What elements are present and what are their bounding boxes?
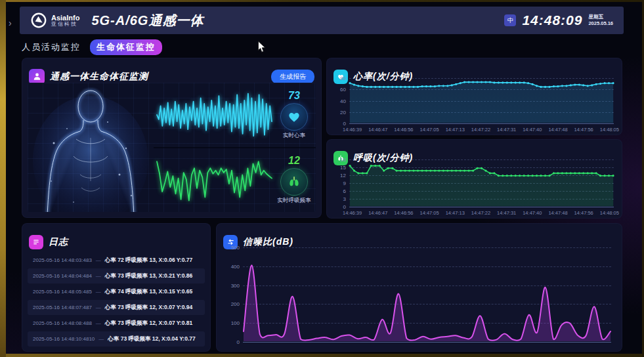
view-tabs: 人员活动监控 生命体征监控 — [22, 39, 162, 55]
x-tick-label: 14:46:47 — [368, 127, 387, 133]
y-tick-label: 60 — [340, 87, 346, 93]
heart-rate-value: 73 — [288, 90, 300, 102]
log-entry: 2025-05-16 14:48:10:4810—心率 73 呼吸频率 12, … — [28, 331, 205, 346]
log-separator: — — [96, 320, 101, 326]
y-tick-label: 400 — [231, 264, 240, 270]
date-label: 2025.05.16 — [588, 20, 613, 27]
y-tick-label: 0 — [343, 121, 346, 127]
x-tick-label: 14:47:40 — [523, 127, 542, 133]
heart-wave-row: 73 实时心率 — [154, 83, 316, 147]
log-timestamp: 2025-05-16 14:48:10:4810 — [33, 336, 95, 342]
x-tick-label: 14:47:05 — [420, 210, 439, 216]
current-time: 14:48:09 — [522, 12, 582, 28]
x-tick-label: 14:47:22 — [471, 127, 490, 133]
weekday-label: 星期五 — [588, 14, 613, 20]
x-tick-label: 14:46:56 — [394, 210, 413, 216]
y-tick-label: 9 — [343, 180, 346, 186]
log-panel-title: 日志 — [49, 236, 68, 248]
vital-signs-panel: 通感一体生命体征监测 生成报告 — [22, 58, 322, 218]
collapse-chevron-icon[interactable]: › — [9, 18, 12, 28]
log-panel: 日志 2025-05-16 14:48:03:483—心率 72 呼吸频率 13… — [22, 223, 211, 352]
heart-rate-chart: 806040200 14:46:3914:46:4714:46:5614:47:… — [349, 78, 614, 123]
y-tick-label: 0 — [237, 339, 240, 345]
heart-icon — [280, 103, 308, 131]
breathing-chart-panel: 呼吸(次/分钟) 1815129630 14:46:3914:46:4714:4… — [326, 139, 622, 219]
log-timestamp: 2025-05-16 14:48:08:488 — [33, 320, 92, 326]
x-tick-label: 14:46:39 — [343, 210, 362, 216]
asiainfo-logo: AsiaInfo 亚信科技 — [30, 12, 79, 29]
heart-rate-chart-panel: 心率(次/分钟) 806040200 14:46:3914:46:4714:46… — [326, 58, 622, 135]
heart-rate-label: 实时心率 — [283, 132, 305, 140]
y-tick-label: 12 — [340, 173, 346, 178]
y-tick-label: 3 — [343, 196, 346, 202]
log-message: 心率 74 呼吸频率 13, X:0.15 Y:0.65 — [105, 288, 192, 296]
y-tick-label: 20 — [340, 110, 346, 116]
log-icon — [29, 235, 43, 249]
x-tick-label: 14:47:56 — [574, 210, 593, 216]
log-separator: — — [98, 336, 104, 342]
log-entry: 2025-05-16 14:48:08:488—心率 73 呼吸频率 12, X… — [28, 316, 205, 331]
dashboard-background: › AsiaInfo 亚信科技 5G-A/6G通感一体 中 14:48:09 星… — [0, 0, 644, 357]
heart-waveform — [156, 91, 272, 139]
clock-block: 中 14:48:09 星期五 2025.05.16 — [504, 12, 613, 28]
x-tick-label: 14:46:39 — [343, 127, 362, 133]
y-tick-label: 500 — [231, 245, 240, 251]
log-timestamp: 2025-05-16 14:48:07:487 — [33, 304, 92, 310]
logo-subtitle: 亚信科技 — [51, 22, 79, 28]
language-icon[interactable]: 中 — [504, 14, 516, 26]
tab-vital-signs[interactable]: 生命体征监控 — [90, 39, 162, 55]
heart-wave-canvas — [156, 91, 272, 139]
page-title: 5G-A/6G通感一体 — [91, 12, 204, 30]
x-tick-label: 14:47:56 — [574, 127, 593, 133]
snr-chart-title: 信噪比(dB) — [243, 236, 293, 248]
breath-waveform — [156, 156, 272, 205]
x-tick-label: 14:47:48 — [548, 127, 567, 133]
log-message: 心率 73 呼吸频率 12, X:0.07 Y:0.94 — [105, 304, 192, 312]
x-tick-label: 14:47:22 — [471, 210, 490, 216]
log-timestamp: 2025-05-16 14:48:03:483 — [33, 257, 92, 263]
breath-rate-label: 实时呼吸频率 — [278, 197, 311, 205]
x-tick-label: 14:48:05 — [600, 127, 619, 133]
mouse-cursor — [257, 41, 266, 53]
log-separator: — — [96, 289, 101, 295]
y-tick-label: 40 — [340, 98, 346, 104]
log-timestamp: 2025-05-16 14:48:04:484 — [33, 273, 92, 279]
y-tick-label: 300 — [231, 283, 240, 289]
y-tick-label: 6 — [343, 188, 346, 194]
log-separator: — — [96, 257, 101, 263]
asiainfo-logo-icon — [30, 12, 47, 29]
y-tick-label: 100 — [231, 320, 240, 326]
tab-personnel-activity[interactable]: 人员活动监控 — [22, 41, 81, 53]
breath-wave-canvas — [156, 156, 272, 205]
snr-chart-panel: 信噪比(dB) 5004003002001000 — [216, 223, 622, 352]
x-tick-label: 14:47:31 — [497, 127, 516, 133]
person-icon — [29, 69, 45, 85]
y-tick-label: 0 — [343, 204, 346, 210]
log-entry: 2025-05-16 14:48:05:485—心率 74 呼吸频率 13, X… — [28, 284, 205, 299]
vitals-panel-title: 通感一体生命体征监测 — [50, 71, 148, 83]
log-message: 心率 73 呼吸频率 12, X:0.04 Y:0.77 — [108, 335, 195, 343]
log-message: 心率 73 呼吸频率 13, X:0.21 Y:0.86 — [105, 272, 192, 280]
log-message: 心率 73 呼吸频率 12, X:0.07 Y:0.81 — [105, 320, 192, 327]
log-list: 2025-05-16 14:48:03:483—心率 72 呼吸频率 13, X… — [28, 253, 205, 346]
generate-report-button[interactable]: 生成报告 — [271, 70, 314, 84]
vitals-body: 73 实时心率 12 — [28, 83, 316, 212]
hologram-figure — [28, 83, 154, 212]
axis-baseline — [349, 123, 614, 124]
x-tick-label: 14:47:13 — [446, 210, 465, 216]
axis-baseline — [349, 207, 614, 207]
y-tick-label: 18 — [340, 157, 346, 163]
log-message: 心率 72 呼吸频率 13, X:0.06 Y:0.77 — [105, 257, 192, 264]
x-tick-label: 14:47:48 — [548, 210, 567, 216]
snr-chart: 5004003002001000 — [243, 247, 611, 342]
x-tick-label: 14:46:56 — [394, 127, 413, 133]
x-tick-label: 14:47:40 — [523, 210, 542, 216]
logo-name: AsiaInfo — [51, 14, 79, 22]
axis-baseline — [243, 342, 611, 343]
lungs-icon — [280, 168, 308, 196]
x-tick-label: 14:46:47 — [368, 210, 387, 216]
x-tick-label: 14:48:05 — [600, 210, 619, 216]
log-entry: 2025-05-16 14:48:07:487—心率 73 呼吸频率 12, X… — [28, 300, 205, 315]
log-separator: — — [96, 273, 101, 279]
breath-wave-row: 12 实时呼吸频率 — [154, 147, 316, 213]
